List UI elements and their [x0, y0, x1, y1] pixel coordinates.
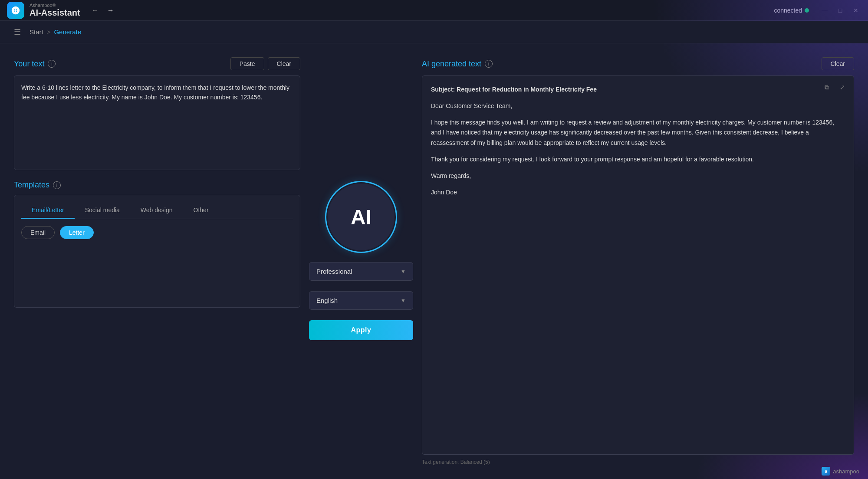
title-bar-left: Ashampoo® AI-Assistant ← →	[7, 2, 117, 19]
app-brand: Ashampoo®	[30, 3, 80, 8]
your-text-info-icon[interactable]: i	[48, 60, 56, 68]
ai-subject: Subject: Request for Reduction in Monthl…	[431, 86, 597, 93]
window-controls: — □ ✕	[819, 5, 861, 16]
language-label: English	[316, 297, 338, 304]
middle-panel: AI Professional ▼ English ▼ Apply	[300, 57, 422, 465]
back-arrow[interactable]: ←	[89, 6, 101, 15]
breadcrumb-current: Generate	[54, 28, 81, 36]
your-text-input[interactable]	[21, 83, 293, 161]
ai-generated-info-icon[interactable]: i	[485, 60, 493, 68]
svg-point-0	[14, 9, 17, 12]
template-box: Email/Letter Social media Web design Oth…	[14, 195, 300, 308]
app-title: AI-Assistant	[30, 8, 80, 18]
ai-closing: Warm regards,	[431, 171, 845, 181]
tab-social-media[interactable]: Social media	[75, 202, 130, 219]
tab-web-design[interactable]: Web design	[130, 202, 183, 219]
connected-dot	[805, 8, 809, 13]
template-tabs: Email/Letter Social media Web design Oth…	[21, 202, 293, 219]
style-dropdown-arrow: ▼	[401, 269, 406, 275]
style-label: Professional	[316, 268, 352, 275]
your-text-wrapper	[14, 75, 300, 170]
title-bar: Ashampoo® AI-Assistant ← → connected — □…	[0, 0, 868, 21]
main-content: Your text i Paste Clear Templates i	[0, 43, 868, 479]
chip-email[interactable]: Email	[21, 226, 55, 239]
language-dropdown-arrow: ▼	[401, 298, 406, 304]
connected-badge: connected	[774, 7, 809, 14]
ai-text-box: ⧉ ⤢ Subject: Request for Reduction in Mo…	[422, 75, 854, 455]
ai-generated-header: AI generated text i Clear	[422, 57, 854, 70]
expand-icon[interactable]: ⤢	[836, 81, 848, 93]
nav-arrows: ← →	[89, 6, 117, 15]
app-logo	[7, 2, 24, 19]
templates-title: Templates i	[14, 180, 61, 190]
apply-button[interactable]: Apply	[309, 320, 413, 340]
ai-circle-label: AI	[351, 205, 372, 229]
left-panel: Your text i Paste Clear Templates i	[14, 57, 300, 465]
ai-text-icons: ⧉ ⤢	[821, 81, 848, 93]
app-title-block: Ashampoo® AI-Assistant	[30, 3, 80, 18]
connected-label: connected	[774, 7, 802, 14]
style-dropdown[interactable]: Professional ▼	[309, 262, 413, 281]
template-chips: Email Letter	[21, 226, 293, 239]
templates-info-icon[interactable]: i	[53, 181, 61, 189]
your-text-actions: Paste Clear	[230, 57, 300, 70]
ai-text-content: Subject: Request for Reduction in Monthl…	[431, 85, 845, 197]
chip-letter[interactable]: Letter	[60, 226, 94, 239]
close-button[interactable]: ✕	[851, 5, 861, 16]
text-gen-footer: Text generation: Balanced (5)	[422, 459, 854, 465]
your-text-section: Your text i Paste Clear	[14, 57, 300, 170]
ai-body2: Thank you for considering my request. I …	[431, 154, 845, 165]
forward-arrow[interactable]: →	[105, 6, 117, 15]
language-dropdown[interactable]: English ▼	[309, 291, 413, 310]
tab-other[interactable]: Other	[183, 202, 219, 219]
breadcrumb-bar: ☰ Start > Generate	[0, 21, 868, 43]
minimize-button[interactable]: —	[819, 5, 830, 16]
your-text-header: Your text i Paste Clear	[14, 57, 300, 70]
ai-generated-title: AI generated text i	[422, 59, 493, 69]
copy-icon[interactable]: ⧉	[821, 81, 833, 93]
templates-section: Templates i Email/Letter Social media We…	[14, 180, 300, 308]
ai-circle: AI	[326, 182, 396, 252]
maximize-button[interactable]: □	[835, 5, 845, 16]
tab-email-letter[interactable]: Email/Letter	[21, 202, 75, 219]
right-panel: AI generated text i Clear ⧉ ⤢ Subject: R…	[422, 57, 854, 465]
your-text-title: Your text i	[14, 59, 56, 69]
breadcrumb-separator: >	[47, 28, 51, 36]
hamburger-menu[interactable]: ☰	[14, 27, 21, 37]
ai-clear-button[interactable]: Clear	[822, 57, 854, 70]
ai-name: John Doe	[431, 187, 845, 198]
title-bar-right: connected — □ ✕	[774, 5, 861, 16]
templates-header: Templates i	[14, 180, 300, 190]
ai-greeting: Dear Customer Service Team,	[431, 101, 845, 112]
paste-button[interactable]: Paste	[230, 57, 264, 70]
ai-body1: I hope this message finds you well. I am…	[431, 118, 845, 148]
your-text-clear-button[interactable]: Clear	[268, 57, 300, 70]
breadcrumb-start[interactable]: Start	[30, 28, 43, 36]
